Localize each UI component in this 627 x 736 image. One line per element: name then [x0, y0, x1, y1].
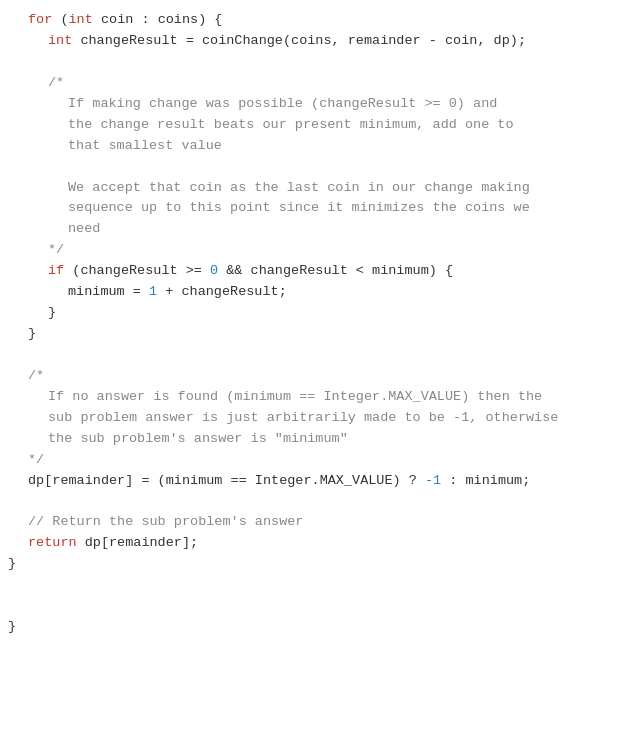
code-line: /*	[0, 366, 627, 387]
code-line	[0, 575, 627, 596]
code-line: int changeResult = coinChange(coins, rem…	[0, 31, 627, 52]
code-token: We accept that coin as the last coin in …	[68, 178, 530, 199]
code-token: the sub problem's answer is "minimum"	[48, 429, 348, 450]
code-token: */	[48, 240, 64, 261]
code-line: // Return the sub problem's answer	[0, 512, 627, 533]
code-line: }	[0, 303, 627, 324]
code-line: if (changeResult >= 0 && changeResult < …	[0, 261, 627, 282]
code-line	[0, 157, 627, 178]
code-token: that smallest value	[68, 136, 222, 157]
code-line	[0, 52, 627, 73]
code-token: minimum =	[68, 282, 149, 303]
code-token: need	[68, 219, 100, 240]
code-line: /*	[0, 73, 627, 94]
code-token: 0	[210, 261, 218, 282]
code-line: minimum = 1 + changeResult;	[0, 282, 627, 303]
code-line: the change result beats our present mini…	[0, 115, 627, 136]
code-token: }	[28, 324, 36, 345]
code-token: sub problem answer is just arbitrarily m…	[48, 408, 558, 429]
code-token: (changeResult >=	[64, 261, 210, 282]
code-line: the sub problem's answer is "minimum"	[0, 429, 627, 450]
code-token: the change result beats our present mini…	[68, 115, 514, 136]
code-token: && changeResult < minimum) {	[218, 261, 453, 282]
code-token: */	[28, 450, 44, 471]
code-line	[0, 345, 627, 366]
code-line: }	[0, 324, 627, 345]
code-token: /*	[48, 73, 64, 94]
code-token: changeResult = coinChange(coins, remaind…	[72, 31, 526, 52]
code-token: int	[48, 31, 72, 52]
code-line: */	[0, 450, 627, 471]
code-line: sequence up to this point since it minim…	[0, 198, 627, 219]
code-token: }	[48, 303, 56, 324]
code-line: }	[0, 617, 627, 638]
code-line: for (int coin : coins) {	[0, 10, 627, 31]
code-line	[0, 596, 627, 617]
code-line: dp[remainder] = (minimum == Integer.MAX_…	[0, 471, 627, 492]
code-token: (	[52, 10, 68, 31]
code-token: 1	[149, 282, 157, 303]
code-token: sequence up to this point since it minim…	[68, 198, 530, 219]
code-token: }	[8, 554, 16, 575]
code-token: }	[8, 617, 16, 638]
code-token: If making change was possible (changeRes…	[68, 94, 497, 115]
code-token: for	[28, 10, 52, 31]
code-token: int	[69, 10, 93, 31]
code-line: sub problem answer is just arbitrarily m…	[0, 408, 627, 429]
code-line: return dp[remainder];	[0, 533, 627, 554]
code-token: // Return the sub problem's answer	[28, 512, 303, 533]
code-line: If making change was possible (changeRes…	[0, 94, 627, 115]
code-line: */	[0, 240, 627, 261]
code-line	[0, 491, 627, 512]
code-token: If no answer is found (minimum == Intege…	[48, 387, 542, 408]
code-line: that smallest value	[0, 136, 627, 157]
code-token: if	[48, 261, 64, 282]
code-line: We accept that coin as the last coin in …	[0, 178, 627, 199]
code-token: : minimum;	[441, 471, 530, 492]
code-token: dp[remainder] = (minimum == Integer.MAX_…	[28, 471, 425, 492]
code-token: -1	[425, 471, 441, 492]
code-token: /*	[28, 366, 44, 387]
code-block: for (int coin : coins) {int changeResult…	[0, 0, 627, 736]
code-token: dp[remainder];	[77, 533, 199, 554]
code-line: If no answer is found (minimum == Intege…	[0, 387, 627, 408]
code-token: coin : coins) {	[93, 10, 223, 31]
code-token: + changeResult;	[157, 282, 287, 303]
code-line: }	[0, 554, 627, 575]
code-line: need	[0, 219, 627, 240]
code-token: return	[28, 533, 77, 554]
